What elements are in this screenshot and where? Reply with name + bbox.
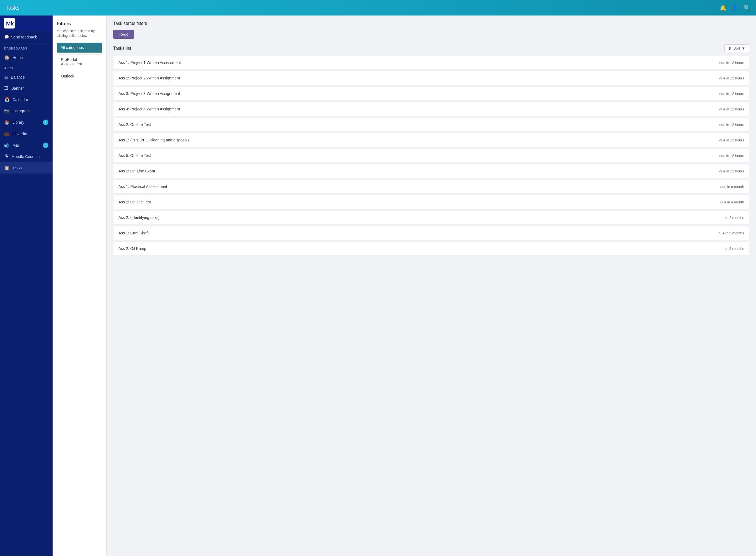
page-title: Tasks <box>5 5 720 11</box>
sidebar-item-linkedin[interactable]: 💼 LinkedIn <box>0 128 52 139</box>
sidebar-item-label: Instagram <box>12 109 30 113</box>
task-name: Ass 3: Project 3 Written Assignment <box>118 91 180 96</box>
task-item[interactable]: Ass 2: Oil Pump due in 3 months <box>113 242 749 255</box>
task-item[interactable]: Ass 4: Project 4 Written Assignment due … <box>113 102 749 116</box>
sidebar-item-home[interactable]: 🏠 Home <box>0 52 52 63</box>
task-item[interactable]: Ass 2: (Identifying risks) due in 2 mont… <box>113 211 749 224</box>
sort-chevron-icon: ▼ <box>742 46 745 50</box>
header-icons: 🔔 👤 🔍 <box>720 4 751 11</box>
filters-description: You can filter task data by clicking a f… <box>57 29 102 38</box>
search-icon[interactable]: 🔍 <box>744 4 751 11</box>
task-due: due in 2 months <box>718 216 744 220</box>
task-item[interactable]: Ass 2: On-Line Exam due in 12 hours <box>113 164 749 178</box>
task-due: due in 12 hours <box>719 123 744 127</box>
tasks-main: Task status filters To-do Tasks list ⇵ S… <box>107 15 756 556</box>
task-item[interactable]: Ass 1: (PPE,VPE, cleaning and disposal) … <box>113 133 749 147</box>
task-due: due in 12 hours <box>719 153 744 158</box>
sidebar-item-mail[interactable]: 📬 Mail 3 <box>0 139 52 151</box>
task-name: Ass 4: Project 4 Written Assignment <box>118 107 180 111</box>
sidebar-item-balance[interactable]: ⚖ Balance <box>0 71 52 83</box>
sidebar-item-label: Moodle Courses <box>11 154 40 159</box>
banner-icon: 🖼 <box>4 86 8 91</box>
tasks-list-title: Tasks list <box>113 46 131 51</box>
filter-proprotal[interactable]: ProPortal Assessment <box>57 54 102 69</box>
sidebar-item-banner[interactable]: 🖼 Banner <box>0 83 52 94</box>
task-name: Ass 1: Practical Assessment <box>118 184 167 189</box>
content-area: Filters You can filter task data by clic… <box>52 15 756 556</box>
sidebar-item-tasks[interactable]: 📋 Tasks <box>0 162 52 174</box>
sort-icon: ⇵ <box>729 46 732 50</box>
linkedin-icon: 💼 <box>4 131 10 136</box>
task-name: Ass 2: On-Line Exam <box>118 169 155 173</box>
task-due: due in 12 hours <box>719 92 744 96</box>
task-item[interactable]: Ass 2: On-line Test due in a month <box>113 195 749 209</box>
sidebar-item-label: Home <box>12 55 23 60</box>
task-name: Ass 2: On-line Test <box>118 200 151 204</box>
sidebar: Mk 💬 Send feedback DASHBOARDS 🏠 Home APP… <box>0 15 52 556</box>
task-name: Ass 2: Project 2 Written Assignment <box>118 76 180 80</box>
task-item[interactable]: Ass 2: On-line Test due in 12 hours <box>113 117 749 132</box>
moodle-icon: 🏛 <box>4 154 8 159</box>
mail-badge: 3 <box>43 142 48 148</box>
task-due: due in 3 months <box>718 231 744 235</box>
filters-panel: Filters You can filter task data by clic… <box>52 15 107 556</box>
tasks-icon: 📋 <box>4 165 10 171</box>
send-feedback-button[interactable]: 💬 Send feedback <box>0 31 52 43</box>
sidebar-item-label: LinkedIn <box>12 132 27 136</box>
task-list-container: Ass 1: Project 1 Written Assessment due … <box>113 56 749 255</box>
tasks-list-header: Tasks list ⇵ Sort ▼ <box>113 44 749 52</box>
task-name: Ass 1: Cam Shaft <box>118 231 149 235</box>
filter-all-categories[interactable]: All categories <box>57 43 102 53</box>
task-name: Ass 2: Oil Pump <box>118 246 146 251</box>
sidebar-item-instagram[interactable]: 📷 Instagram <box>0 105 52 116</box>
task-due: due in 12 hours <box>719 107 744 111</box>
sidebar-logo: Mk <box>0 15 52 31</box>
send-feedback-label: Send feedback <box>11 35 37 39</box>
top-header: Tasks 🔔 👤 🔍 <box>0 0 756 15</box>
sort-label: Sort <box>733 46 740 50</box>
balance-icon: ⚖ <box>4 74 8 80</box>
sort-button[interactable]: ⇵ Sort ▼ <box>724 44 749 52</box>
library-icon: 📚 <box>4 120 10 125</box>
task-item[interactable]: Ass 1: Cam Shaft due in 3 months <box>113 226 749 240</box>
svg-text:Mk: Mk <box>6 21 14 27</box>
user-icon[interactable]: 👤 <box>732 4 739 11</box>
sidebar-item-library[interactable]: 📚 Library 1 <box>0 116 52 128</box>
sidebar-item-label: Tasks <box>12 166 23 170</box>
task-item[interactable]: Ass 3: Project 3 Written Assignment due … <box>113 86 749 100</box>
task-item[interactable]: Ass 1: Practical Assessment due in a mon… <box>113 180 749 194</box>
filters-title: Filters <box>57 21 102 27</box>
task-due: due in 12 hours <box>719 61 744 65</box>
sidebar-item-label: Calendar <box>12 97 28 102</box>
task-name: Ass 5: On-line Test <box>118 153 151 158</box>
task-due: due in 12 hours <box>719 76 744 80</box>
task-due: due in 12 hours <box>719 138 744 142</box>
home-icon: 🏠 <box>4 55 10 60</box>
feedback-icon: 💬 <box>4 35 9 39</box>
task-status-section: Task status filters To-do <box>113 21 749 39</box>
logo: Mk <box>4 18 15 29</box>
calendar-icon: 📅 <box>4 97 10 102</box>
task-due: due in a month <box>720 184 744 189</box>
bell-icon[interactable]: 🔔 <box>720 4 727 11</box>
task-name: Ass 1: Project 1 Written Assessment <box>118 60 181 65</box>
task-due: due in 12 hours <box>719 169 744 173</box>
todo-filter-button[interactable]: To-do <box>113 30 134 39</box>
sidebar-item-label: Banner <box>11 86 24 91</box>
task-name: Ass 2: On-line Test <box>118 122 151 127</box>
sidebar-item-moodle[interactable]: 🏛 Moodle Courses <box>0 151 52 162</box>
task-item[interactable]: Ass 5: On-line Test due in 12 hours <box>113 149 749 163</box>
instagram-icon: 📷 <box>4 108 10 113</box>
task-name: Ass 2: (Identifying risks) <box>118 215 160 220</box>
dashboards-section-label: DASHBOARDS <box>0 43 52 52</box>
apps-section-label: APPS <box>0 63 52 71</box>
main-layout: Mk 💬 Send feedback DASHBOARDS 🏠 Home APP… <box>0 15 756 556</box>
task-item[interactable]: Ass 1: Project 1 Written Assessment due … <box>113 56 749 69</box>
sidebar-item-label: Balance <box>11 75 25 79</box>
task-item[interactable]: Ass 2: Project 2 Written Assignment due … <box>113 71 749 85</box>
sidebar-item-calendar[interactable]: 📅 Calendar <box>0 94 52 105</box>
task-status-title: Task status filters <box>113 21 749 26</box>
sidebar-item-label: Library <box>12 120 24 125</box>
filter-outlook[interactable]: Outlook <box>57 71 102 81</box>
mail-icon: 📬 <box>4 143 10 148</box>
